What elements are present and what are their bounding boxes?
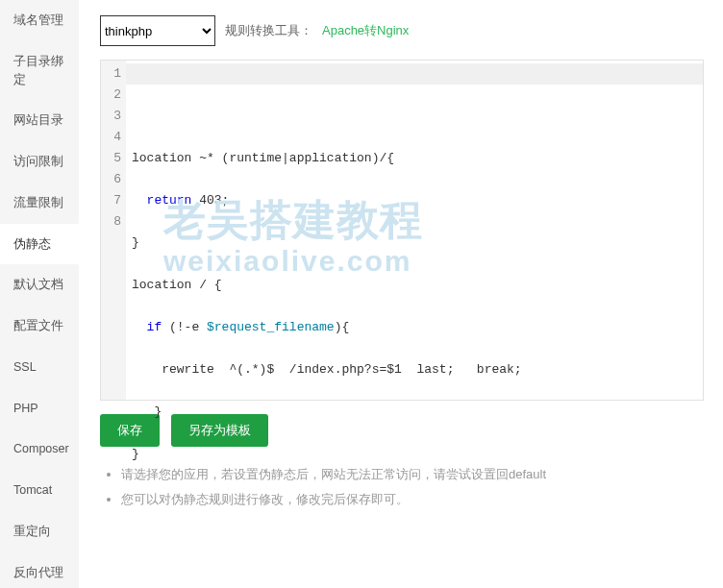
sidebar-item-composer[interactable]: Composer: [0, 429, 79, 470]
code-line: }: [132, 233, 697, 254]
code-line: return 403;: [132, 190, 697, 211]
active-line-highlight: [126, 63, 703, 85]
code-editor[interactable]: 12345678 location ~* (runtime|applicatio…: [100, 60, 704, 401]
tool-label: 规则转换工具：: [225, 22, 312, 39]
sidebar-item-rewrite[interactable]: 伪静态: [0, 224, 79, 265]
code-area[interactable]: location ~* (runtime|application)/{ retu…: [126, 61, 703, 400]
line-gutter: 12345678: [101, 61, 126, 400]
code-line: if (!-e $request_filename){: [132, 317, 697, 338]
main-panel: thinkphp 规则转换工具： Apache转Nginx 12345678 l…: [79, 0, 723, 588]
sidebar-item-default-doc[interactable]: 默认文档: [0, 264, 79, 306]
code-line: }: [132, 444, 697, 465]
sidebar-item-tomcat[interactable]: Tomcat: [0, 470, 79, 511]
sidebar-item-reverse-proxy[interactable]: 反向代理: [0, 552, 79, 589]
sidebar-item-config-file[interactable]: 配置文件: [0, 306, 79, 347]
code-line: rewrite ^(.*)$ /index.php?s=$1 last; bre…: [132, 359, 697, 380]
rewrite-template-select[interactable]: thinkphp: [100, 15, 215, 46]
topbar: thinkphp 规则转换工具： Apache转Nginx: [100, 15, 706, 46]
code-line: }: [132, 402, 697, 423]
sidebar-item-domain[interactable]: 域名管理: [0, 0, 79, 41]
sidebar-item-php[interactable]: PHP: [0, 388, 79, 429]
apache-to-nginx-link[interactable]: Apache转Nginx: [322, 22, 409, 39]
sidebar-item-access-limit[interactable]: 访问限制: [0, 141, 79, 183]
code-line: location ~* (runtime|application)/{: [132, 148, 697, 169]
sidebar-item-traffic-limit[interactable]: 流量限制: [0, 183, 79, 224]
code-line: location / {: [132, 275, 697, 296]
sidebar-item-redirect[interactable]: 重定向: [0, 511, 79, 552]
sidebar-item-site-dir[interactable]: 网站目录: [0, 100, 79, 141]
sidebar: 域名管理 子目录绑定 网站目录 访问限制 流量限制 伪静态 默认文档 配置文件 …: [0, 0, 79, 588]
sidebar-item-ssl[interactable]: SSL: [0, 347, 79, 388]
sidebar-item-subdir[interactable]: 子目录绑定: [0, 41, 79, 101]
